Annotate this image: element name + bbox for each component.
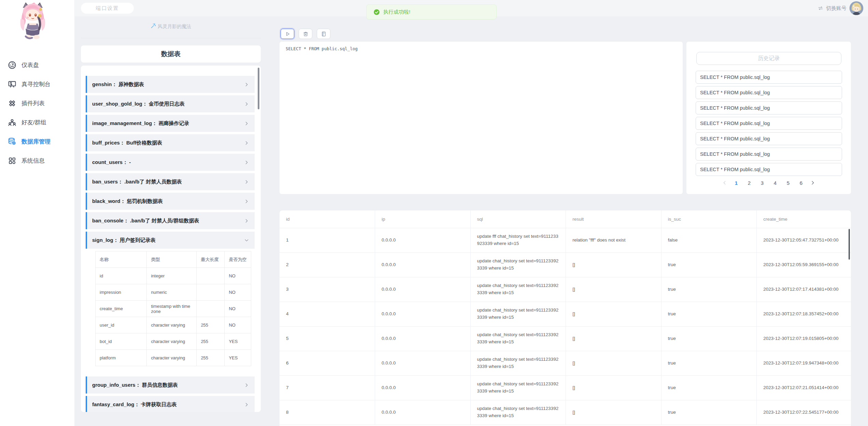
results-table: id ip sql result is_suc create_time 1 0.… (280, 210, 851, 425)
user-avatar[interactable] (850, 1, 863, 15)
pager-page-3[interactable]: 3 (758, 179, 766, 187)
table-item-sign-log[interactable]: sign_log： 用户签到记录表 (86, 232, 255, 249)
table-item-label: ban_users： .ban/b了 封禁人员数据表 (92, 179, 182, 185)
chevron-right-icon (244, 101, 249, 107)
cell-ip: 0.0.0.0 (375, 400, 471, 425)
switch-account-button[interactable]: 切换账号 (817, 5, 846, 12)
cell-result: [] (566, 302, 661, 326)
cell-sql: update chat_history set text=91112339233… (470, 302, 566, 326)
watermark-text: 风灵月影的魔法 (158, 24, 191, 30)
cell-ip: 0.0.0.0 (375, 228, 471, 252)
tables-list-scrollbar[interactable] (258, 68, 259, 109)
schema-cell: NO (225, 301, 251, 317)
pager-page-4[interactable]: 4 (771, 179, 779, 187)
sidebar-item-friends-groups[interactable]: 好友/群组 (0, 113, 74, 132)
trash-icon (303, 31, 309, 37)
chevron-down-icon (244, 238, 249, 243)
results-row: 2 0.0.0.0 update chat_history set text=9… (280, 252, 851, 277)
account-area: 切换账号 (817, 0, 863, 16)
schema-cell: NO (225, 284, 251, 301)
history-entry[interactable]: SELECT * FROM public.sql_log (696, 71, 842, 84)
schema-cell: impression (96, 284, 147, 301)
table-item-label: ban_console： .ban/b了 封禁人员/群组数据表 (92, 218, 199, 224)
results-scrollbar[interactable] (849, 229, 850, 260)
cell-id: 7 (280, 375, 375, 400)
schema-row: create_time timestamp with time zone NO (96, 301, 251, 317)
table-item-user-shop-gold-log[interactable]: user_shop_gold_log： 金币使用日志表 (86, 95, 255, 112)
table-item-buff-prices[interactable]: buff_prices： Buff价格数据表 (86, 134, 255, 151)
results-col-sql: sql (470, 210, 566, 228)
pager-page-6[interactable]: 6 (797, 179, 805, 187)
history-entry[interactable]: SELECT * FROM public.sql_log (696, 163, 842, 176)
copy-sql-button[interactable] (317, 29, 330, 39)
sql-toolbar (281, 29, 330, 39)
pager-prev-icon[interactable] (722, 180, 727, 185)
results-col-result: result (566, 210, 661, 228)
sidebar-item-system-info[interactable]: 系统信息 (0, 151, 74, 170)
schema-cell: bot_id (96, 333, 147, 350)
cell-id: 5 (280, 326, 375, 351)
cell-sql: update chat_history set text=91112339233… (470, 400, 566, 425)
schema-cell: character varying (147, 317, 197, 333)
sidebar-item-database[interactable]: 数据库管理 (0, 132, 74, 151)
table-item-fantasy-card-log[interactable]: fantasy_card_log： 卡牌获取日志表 (86, 396, 255, 412)
cell-is-suc: false (661, 228, 757, 252)
friends-icon (8, 118, 17, 127)
schema-cell: id (96, 268, 147, 284)
results-row: 4 0.0.0.0 update chat_history set text=9… (280, 302, 851, 326)
schema-header-row: 名称 类型 最大长度 是否为空 (96, 251, 251, 268)
sidebar-item-console[interactable]: 真寻控制台 (0, 74, 74, 94)
toast-message: 执行成功啦! (383, 9, 410, 15)
table-item-ban-users[interactable]: ban_users： .ban/b了 封禁人员数据表 (86, 173, 255, 190)
cell-is-suc: true (661, 375, 757, 400)
table-item-image-management-log[interactable]: image_management_log： 画廊操作记录 (86, 115, 255, 132)
cell-ip: 0.0.0.0 (375, 326, 471, 351)
console-icon (8, 80, 17, 89)
pager-page-5[interactable]: 5 (784, 179, 792, 187)
schema-cell: character varying (147, 350, 197, 366)
port-settings-button[interactable]: 端口设置 (81, 3, 134, 14)
cell-sql: update chat_history set text=91112339233… (470, 252, 566, 277)
results-col-ip: ip (375, 210, 471, 228)
sidebar-item-dashboard[interactable]: 仪表盘 (0, 55, 74, 74)
table-item-count-users[interactable]: count_users： - (86, 154, 255, 171)
cell-ip: 0.0.0.0 (375, 302, 471, 326)
table-item-ban-console[interactable]: ban_console： .ban/b了 封禁人员/群组数据表 (86, 212, 255, 229)
divider (81, 38, 261, 38)
schema-cell (197, 268, 225, 284)
cell-result: [] (566, 277, 661, 302)
pager-next-icon[interactable] (810, 180, 815, 185)
history-entry[interactable]: SELECT * FROM public.sql_log (696, 117, 842, 130)
schema-cell: YES (225, 333, 251, 350)
cell-create-time: 2023-12-30T12:05:47.732751+00:00 (757, 228, 851, 252)
check-circle-icon (373, 9, 380, 15)
cell-ip: 0.0.0.0 (375, 252, 471, 277)
sidebar-item-plugins[interactable]: 插件列表 (0, 94, 74, 113)
pager-page-1[interactable]: 1 (732, 179, 740, 187)
results-row: 1 0.0.0.0 update fff chat_history set te… (280, 228, 851, 252)
history-entry[interactable]: SELECT * FROM public.sql_log (696, 148, 842, 161)
schema-col-maxlen: 最大长度 (197, 251, 225, 268)
run-sql-button[interactable] (281, 29, 294, 39)
bot-avatar-image (15, 1, 51, 44)
cell-ip: 0.0.0.0 (375, 277, 471, 302)
pager-page-2[interactable]: 2 (745, 179, 753, 187)
table-item-genshin[interactable]: genshin： 原神数据表 (86, 76, 255, 93)
table-item-label: count_users： - (92, 159, 131, 166)
clear-sql-button[interactable] (299, 29, 312, 39)
history-entry[interactable]: SELECT * FROM public.sql_log (696, 132, 842, 145)
table-item-group-info-users[interactable]: group_info_users： 群员信息数据表 (86, 376, 255, 394)
cell-create-time: 2023-12-30T12:05:59.369155+00:00 (757, 252, 851, 277)
table-item-label: group_info_users： 群员信息数据表 (92, 382, 178, 388)
schema-cell: timestamp with time zone (147, 301, 197, 317)
sidebar: 仪表盘 真寻控制台 插件列表 好友/群组 (0, 0, 75, 426)
cell-id: 3 (280, 277, 375, 302)
history-entry[interactable]: SELECT * FROM public.sql_log (696, 86, 842, 99)
history-entry[interactable]: SELECT * FROM public.sql_log (696, 101, 842, 114)
sql-editor[interactable]: SELECT * FROM public.sql_log (280, 42, 683, 194)
results-col-is-suc: is_suc (661, 210, 757, 228)
history-list: SELECT * FROM public.sql_log SELECT * FR… (696, 71, 842, 176)
schema-cell (197, 284, 225, 301)
sidebar-menu: 仪表盘 真寻控制台 插件列表 好友/群组 (0, 51, 74, 170)
table-item-black-word[interactable]: black_word： 惩罚机制数据表 (86, 193, 255, 210)
